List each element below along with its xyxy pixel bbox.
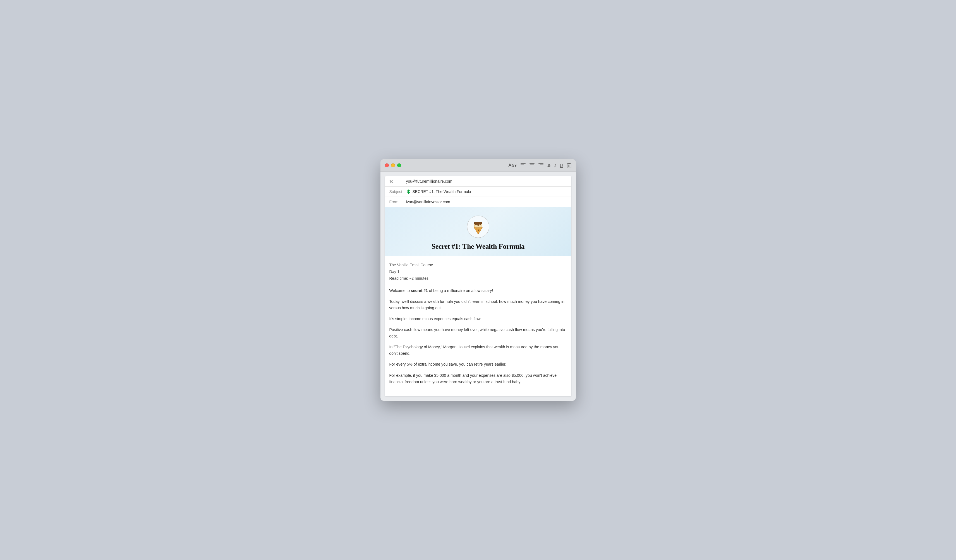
svg-point-27 (480, 223, 481, 225)
course-name: The Vanilla Email Course (389, 262, 567, 268)
read-time: Read time: ~2 minutes (389, 275, 567, 282)
banner-title: Secret #1: The Wealth Formula (431, 242, 525, 251)
italic-button[interactable]: I (554, 163, 556, 168)
subject-icon: 💲 (406, 189, 411, 194)
para-5: In "The Psychology of Money," Morgan Hou… (389, 344, 567, 357)
align-left-button[interactable] (520, 163, 525, 167)
svg-rect-10 (538, 166, 544, 166)
subject-label: Subject (389, 189, 406, 194)
email-banner: $ Secret #1: The Wealth Formula (385, 207, 571, 256)
close-button[interactable] (385, 163, 389, 167)
para-4: Positive cash flow means you have money … (389, 326, 567, 339)
subject-field: Subject 💲SECRET #1: The Wealth Formula (385, 187, 571, 197)
title-bar: Aa▾ (381, 159, 576, 172)
para1-bold: secret #1 (411, 289, 428, 293)
font-arrow: ▾ (514, 163, 517, 168)
svg-rect-0 (520, 163, 525, 164)
svg-rect-4 (530, 163, 535, 164)
svg-point-25 (475, 223, 477, 225)
banner-icon-wrapper: $ (467, 216, 489, 238)
align-right-button[interactable] (538, 163, 544, 167)
from-label: From (389, 200, 406, 204)
para-2: Today, we'll discuss a wealth formula yo… (389, 298, 567, 311)
svg-rect-1 (520, 165, 524, 165)
maximize-button[interactable] (397, 163, 401, 167)
subject-value[interactable]: 💲SECRET #1: The Wealth Formula (406, 189, 567, 194)
svg-rect-11 (541, 167, 544, 167)
email-container: To you@futuremillionaire.com Subject 💲SE… (385, 176, 571, 396)
toolbar: Aa▾ (508, 163, 571, 168)
minimize-button[interactable] (391, 163, 395, 167)
to-value[interactable]: you@futuremillionaire.com (406, 179, 567, 184)
para-3: It's simple: income minus expenses equal… (389, 316, 567, 322)
font-label: Aa (508, 163, 514, 168)
to-field: To you@futuremillionaire.com (385, 176, 571, 187)
to-label: To (389, 179, 406, 184)
svg-rect-7 (531, 167, 533, 167)
day: Day 1 (389, 268, 567, 275)
svg-rect-6 (530, 166, 535, 166)
ice-cream-icon: $ (472, 219, 484, 234)
subject-text: SECRET #1: The Wealth Formula (412, 189, 471, 194)
para-1: Welcome to secret #1 of being a milliona… (389, 287, 567, 294)
svg-rect-3 (520, 167, 524, 167)
para1-suffix: of being a millionaire on a low salary! (428, 289, 493, 293)
para-6: For every 5% of extra income you save, y… (389, 361, 567, 367)
from-value[interactable]: ivan@vanillainvestor.com (406, 200, 567, 204)
from-field: From ivan@vanillainvestor.com (385, 197, 571, 207)
para1-prefix: Welcome to (389, 289, 411, 293)
svg-rect-12 (568, 163, 570, 163)
svg-rect-9 (540, 165, 544, 165)
traffic-lights (385, 163, 401, 167)
svg-rect-5 (530, 165, 534, 165)
email-meta: The Vanilla Email Course Day 1 Read time… (389, 262, 567, 282)
underline-button[interactable]: U (560, 163, 563, 168)
svg-point-26 (477, 223, 479, 226)
trash-button[interactable] (567, 163, 571, 168)
svg-rect-8 (538, 163, 544, 164)
para-7: For example, if you make $5,000 a month … (389, 372, 567, 385)
font-button[interactable]: Aa▾ (508, 163, 517, 168)
email-window: Aa▾ (381, 159, 576, 400)
svg-text:$: $ (477, 229, 479, 232)
bold-button[interactable]: B (547, 163, 550, 168)
align-center-button[interactable] (530, 163, 535, 167)
svg-rect-2 (520, 166, 525, 166)
email-body: The Vanilla Email Course Day 1 Read time… (385, 256, 571, 396)
